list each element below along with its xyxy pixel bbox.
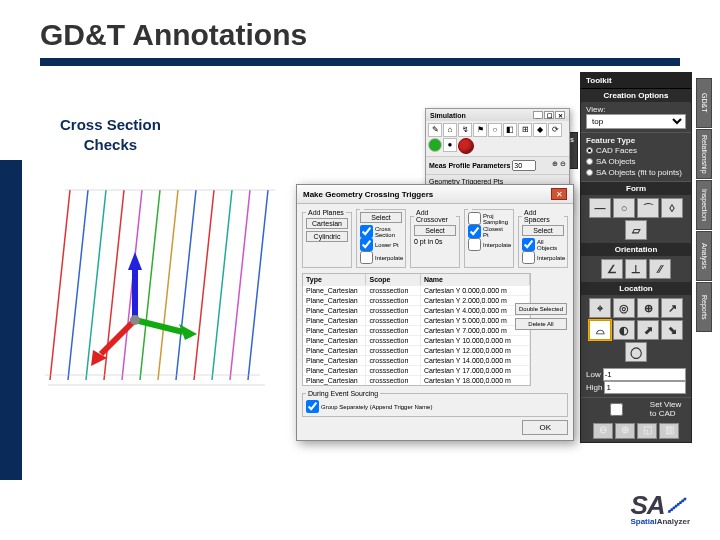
add-crossover-group: Add Crossover Select 0 pt in 0s: [410, 209, 460, 268]
svg-line-17: [135, 320, 183, 332]
instrument-titlebar[interactable]: Simulation _☐✕: [426, 109, 569, 121]
tb-icon-5[interactable]: ○: [488, 123, 502, 137]
view-select[interactable]: top: [586, 114, 686, 129]
form-icons: — ○ ⌒ ◊ ▱: [581, 195, 691, 243]
ft-sa-objects-fit[interactable]: SA Objects (fit to points): [586, 167, 686, 178]
param-input[interactable]: [512, 160, 536, 171]
add-planes-legend: Add Planes: [306, 209, 346, 216]
tb-icon-8[interactable]: ◆: [533, 123, 547, 137]
location-icons: ⌖ ◎ ⊕ ↗ ⌓ ◐ ⬈ ⬊ ◯: [581, 295, 691, 365]
table-row[interactable]: Plane_CartesiancrosssectionCartesian Y 5…: [303, 315, 530, 325]
loc-concentricity-icon[interactable]: ◎: [613, 298, 635, 318]
toolkit-panel: Toolkit Creation Options View: top Featu…: [580, 72, 692, 443]
svg-marker-16: [128, 252, 142, 270]
tb-go-icon[interactable]: [428, 138, 442, 152]
close-icon[interactable]: ✕: [555, 111, 565, 119]
side-tab-inspection[interactable]: Inspection: [696, 180, 712, 230]
table-row[interactable]: Plane_CartesiancrosssectionCartesian Y 1…: [303, 375, 530, 385]
orient-perpendicularity-icon[interactable]: ⊥: [625, 259, 647, 279]
table-row[interactable]: Plane_CartesiancrosssectionCartesian Y 2…: [303, 295, 530, 305]
bottom-icon-3[interactable]: ◱: [637, 423, 657, 439]
table-row[interactable]: Plane_CartesiancrosssectionCartesian Y 1…: [303, 355, 530, 365]
all-objects-check[interactable]: All Objects: [522, 238, 564, 251]
tb-icon-6[interactable]: ◧: [503, 123, 517, 137]
col-type[interactable]: Type: [303, 274, 366, 285]
loc-total-runout-icon[interactable]: ◐: [613, 320, 635, 340]
cross-section-check[interactable]: Cross Section: [360, 225, 402, 238]
loc-icon-b[interactable]: ⬊: [661, 320, 683, 340]
table-row[interactable]: Plane_CartesiancrosssectionCartesian Y 0…: [303, 285, 530, 295]
side-tab-reports[interactable]: Reports: [696, 282, 712, 332]
closest-pt-check[interactable]: Closest Pt: [468, 225, 510, 238]
tb-icon-10[interactable]: ●: [443, 138, 457, 152]
ft-sa-objects[interactable]: SA Objects: [586, 156, 686, 167]
title-underline: [40, 58, 680, 66]
high-input[interactable]: [604, 381, 686, 394]
delete-all-button[interactable]: Delete All: [515, 318, 567, 330]
form-cylindricity-icon[interactable]: ▱: [625, 220, 647, 240]
loc-position-icon[interactable]: ⌖: [589, 298, 611, 318]
form-profile-line-icon[interactable]: ⌒: [637, 198, 659, 218]
svg-line-19: [101, 320, 135, 354]
location-title: Location: [581, 282, 691, 295]
bottom-icon-2[interactable]: ⊕: [615, 423, 635, 439]
view-label: View:: [586, 105, 605, 114]
loc-runout-icon[interactable]: ↗: [661, 298, 683, 318]
group-separately-check[interactable]: Group Separately (Append Trigger Name): [306, 400, 564, 413]
interpolate-check-1[interactable]: Interpolate: [360, 251, 402, 264]
select-crossover-button[interactable]: Select: [414, 225, 456, 236]
col-scope[interactable]: Scope: [366, 274, 420, 285]
orient-parallelism-icon[interactable]: ⁄⁄: [649, 259, 671, 279]
side-tab-analysis[interactable]: Analysis: [696, 231, 712, 281]
form-title: Form: [581, 182, 691, 195]
tb-icon-7[interactable]: ⊞: [518, 123, 532, 137]
low-input[interactable]: [603, 368, 686, 381]
max-icon[interactable]: ☐: [544, 111, 554, 119]
tb-icon-1[interactable]: ✎: [428, 123, 442, 137]
ok-button[interactable]: OK: [522, 420, 568, 435]
dialog-titlebar[interactable]: Make Geometry Crossing Triggers ✕: [297, 185, 573, 204]
ft-cad-faces[interactable]: CAD Faces: [586, 145, 686, 156]
loc-profile-surface-icon[interactable]: ⌓: [589, 320, 611, 340]
form-flatness-icon[interactable]: ◊: [661, 198, 683, 218]
interpolate-check-3[interactable]: Interpolate: [522, 251, 564, 264]
loc-symmetry-icon[interactable]: ⊕: [637, 298, 659, 318]
interpolate-check-2[interactable]: Interpolate: [468, 238, 510, 251]
select-planes-button[interactable]: Select: [360, 212, 402, 223]
side-tab-gdt[interactable]: GD&T: [696, 78, 712, 128]
form-straightness-icon[interactable]: —: [589, 198, 611, 218]
table-row[interactable]: Plane_CartesiancrosssectionCartesian Y 4…: [303, 305, 530, 315]
tb-icon-4[interactable]: ⚑: [473, 123, 487, 137]
tb-icon-3[interactable]: ↯: [458, 123, 472, 137]
tb-icon-2[interactable]: ⌂: [443, 123, 457, 137]
lower-pt-check[interactable]: Lower Pt: [360, 238, 402, 251]
tb-icon-9[interactable]: ⟳: [548, 123, 562, 137]
sa-logo: SA⟋ SpatialAnalyzer: [630, 488, 690, 526]
select-spacers-button[interactable]: Select: [522, 225, 564, 236]
svg-line-10: [230, 190, 250, 380]
set-view-cad-checkbox[interactable]: [586, 403, 647, 416]
close-icon[interactable]: ✕: [551, 188, 567, 200]
double-selected-button[interactable]: Double Selected: [515, 303, 567, 315]
triggers-table: Type Scope Name Plane_Cartesiancrosssect…: [302, 273, 531, 386]
col-name[interactable]: Name: [421, 274, 530, 285]
bottom-icon-1[interactable]: ⊖: [593, 423, 613, 439]
loc-icon-c[interactable]: ◯: [625, 342, 647, 362]
form-circularity-icon[interactable]: ○: [613, 198, 635, 218]
table-row[interactable]: Plane_CartesiancrosssectionCartesian Y 1…: [303, 345, 530, 355]
min-icon[interactable]: _: [533, 111, 543, 119]
table-row[interactable]: Plane_CartesiancrosssectionCartesian Y 7…: [303, 325, 530, 335]
instrument-toolbar: ✎ ⌂ ↯ ⚑ ○ ◧ ⊞ ◆ ⟳ ●: [426, 121, 569, 156]
loc-icon-a[interactable]: ⬈: [637, 320, 659, 340]
tb-record-icon[interactable]: [458, 138, 474, 154]
table-row[interactable]: Plane_CartesiancrosssectionCartesian Y 1…: [303, 365, 530, 375]
cartesian-button[interactable]: Cartesian: [306, 218, 348, 229]
cross-section-viz: [40, 180, 300, 410]
proj-sampling-check[interactable]: Proj Sampling: [468, 212, 510, 225]
orient-angularity-icon[interactable]: ∠: [601, 259, 623, 279]
cylindric-button[interactable]: Cylindric: [306, 231, 348, 242]
table-row[interactable]: Plane_CartesiancrosssectionCartesian Y 1…: [303, 335, 530, 345]
side-tab-relationship[interactable]: Relationship: [696, 129, 712, 179]
set-view-cad[interactable]: Set View to CAD: [581, 398, 691, 420]
bottom-icon-4[interactable]: ▥: [659, 423, 679, 439]
